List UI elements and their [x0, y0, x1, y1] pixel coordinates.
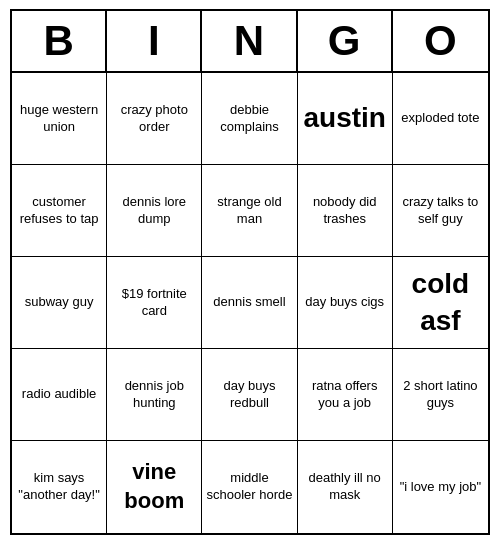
bingo-cell: deathly ill no mask	[298, 441, 393, 533]
bingo-header: BINGO	[12, 11, 488, 73]
bingo-cell: $19 fortnite card	[107, 257, 202, 349]
bingo-cell: day buys cigs	[298, 257, 393, 349]
bingo-cell: vine boom	[107, 441, 202, 533]
bingo-cell: dennis job hunting	[107, 349, 202, 441]
bingo-cell: day buys redbull	[202, 349, 297, 441]
bingo-cell: ratna offers you a job	[298, 349, 393, 441]
bingo-letter: N	[202, 11, 297, 71]
bingo-card: BINGO huge western unioncrazy photo orde…	[10, 9, 490, 535]
bingo-cell: crazy talks to self guy	[393, 165, 488, 257]
bingo-letter: O	[393, 11, 488, 71]
bingo-cell: crazy photo order	[107, 73, 202, 165]
bingo-letter: I	[107, 11, 202, 71]
bingo-cell: dennis lore dump	[107, 165, 202, 257]
bingo-cell: kim says "another day!"	[12, 441, 107, 533]
bingo-cell: "i love my job"	[393, 441, 488, 533]
bingo-cell: cold asf	[393, 257, 488, 349]
bingo-cell: 2 short latino guys	[393, 349, 488, 441]
bingo-cell: debbie complains	[202, 73, 297, 165]
bingo-cell: nobody did trashes	[298, 165, 393, 257]
bingo-cell: radio audible	[12, 349, 107, 441]
bingo-cell: austin	[298, 73, 393, 165]
bingo-letter: B	[12, 11, 107, 71]
bingo-grid: huge western unioncrazy photo orderdebbi…	[12, 73, 488, 533]
bingo-letter: G	[298, 11, 393, 71]
bingo-cell: huge western union	[12, 73, 107, 165]
bingo-cell: middle schooler horde	[202, 441, 297, 533]
bingo-cell: dennis smell	[202, 257, 297, 349]
bingo-cell: customer refuses to tap	[12, 165, 107, 257]
bingo-cell: subway guy	[12, 257, 107, 349]
bingo-cell: strange old man	[202, 165, 297, 257]
bingo-cell: exploded tote	[393, 73, 488, 165]
